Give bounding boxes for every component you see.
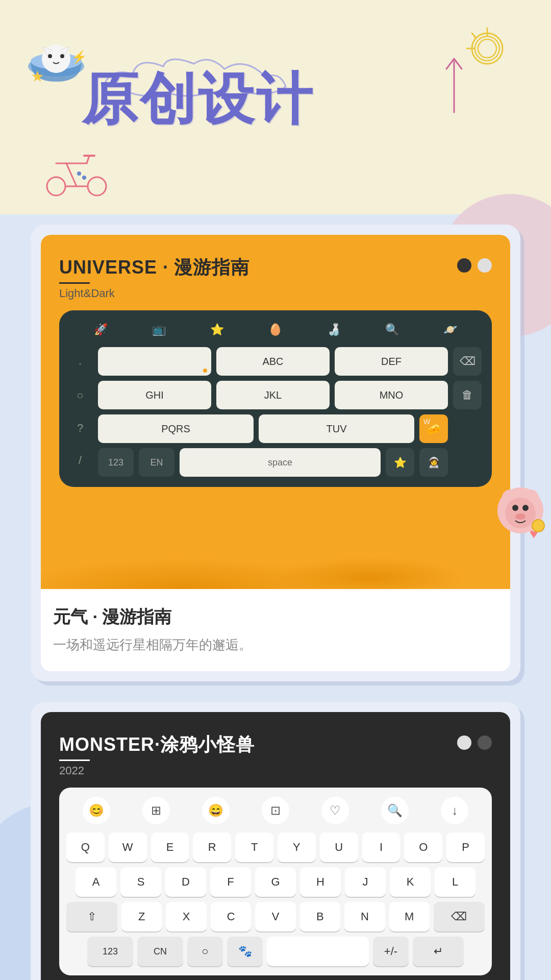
key-btn-123[interactable]: 123 [98, 448, 134, 477]
monster-key-c[interactable]: C [211, 902, 251, 932]
universe-keyboard-mockup: 🚀 📺 ⭐ 🥚 🍶 🔍 🪐 · [59, 310, 492, 487]
monster-key-paw[interactable]: 🐾 [227, 937, 263, 966]
toolbar-bottle-icon: 🍶 [324, 321, 343, 339]
monster-card-header: MONSTER·涂鸦小怪兽 2022 [59, 732, 492, 777]
svg-point-14 [82, 176, 86, 180]
key-btn-abc[interactable]: ABC [216, 347, 330, 376]
key-btn-wxyz-cheese[interactable]: W 🧀 [419, 414, 448, 443]
monster-key-i[interactable]: I [362, 832, 400, 862]
key-btn-ghi[interactable]: GHI [98, 381, 211, 409]
monster-key-e[interactable]: E [151, 832, 189, 862]
toolbar-star-icon: ⭐ [208, 321, 227, 339]
key-btn-space[interactable]: space [180, 448, 381, 477]
key-btn-def[interactable]: DEF [335, 347, 448, 376]
monster-keyboard-mockup: 😊 ⊞ 😄 ⊡ ♡ 🔍 ↓ Q W [59, 788, 492, 975]
monster-key-settings[interactable]: +/- [373, 937, 409, 966]
monster-title-block: MONSTER·涂鸦小怪兽 2022 [59, 732, 255, 777]
universe-card-header: UNIVERSE · 漫游指南 Light&Dark [59, 255, 492, 300]
monster-key-p[interactable]: P [446, 832, 485, 862]
key-btn-star[interactable]: ⭐ [386, 448, 414, 477]
monster-key-q[interactable]: Q [66, 832, 105, 862]
monster-key-x[interactable]: X [166, 902, 206, 932]
key-btn-pqrs[interactable]: PQRS [98, 414, 254, 443]
key-btn-mno[interactable]: MNO [335, 381, 448, 409]
monster-toolbar-heart-icon[interactable]: ♡ [321, 797, 349, 824]
monster-key-g[interactable]: G [255, 867, 296, 897]
monster-key-z[interactable]: Z [121, 902, 162, 932]
sym-key-slash[interactable]: / [67, 450, 93, 471]
hero-section: ★ ⚡ 原创设计 [0, 0, 551, 214]
sym-key-question[interactable]: ? [67, 418, 93, 438]
monster-key-delete[interactable]: ⌫ [434, 902, 485, 932]
decorative-animal-right: ♥ [490, 459, 551, 561]
key-btn-astronaut[interactable]: 🧑‍🚀 [419, 448, 448, 477]
dot-dark-1 [457, 258, 471, 273]
sym-key-comma[interactable]: · [67, 353, 93, 374]
universe-card: UNIVERSE · 漫游指南 Light&Dark � [41, 235, 510, 671]
universe-keyboard-main: · ○ ? / [67, 347, 484, 477]
svg-point-11 [88, 177, 106, 195]
monster-key-u[interactable]: U [320, 832, 358, 862]
monster-key-row-2: A S D F G H J K L [66, 867, 485, 897]
monster-key-a[interactable]: A [76, 867, 116, 897]
monster-key-h[interactable]: H [300, 867, 341, 897]
svg-text:★: ★ [31, 68, 44, 85]
monster-key-space[interactable] [267, 937, 369, 966]
monster-toolbar-search-icon[interactable]: 🔍 [381, 797, 409, 824]
universe-keyboard-toolbar: 🚀 📺 ⭐ 🥚 🍶 🔍 🪐 [67, 321, 484, 339]
monster-key-f[interactable]: F [210, 867, 251, 897]
arrow-doodle [439, 51, 469, 117]
svg-point-13 [77, 172, 81, 176]
keyboard-right-actions: ⌫ 🗑 [453, 347, 484, 477]
monster-key-num[interactable]: 123 [87, 937, 133, 966]
monster-key-o[interactable]: O [404, 832, 442, 862]
universe-card-description: 元气 · 漫游指南 一场和遥远行星相隔万年的邂逅。 [41, 589, 510, 671]
monster-toolbar-grid-icon[interactable]: ⊞ [142, 797, 170, 824]
monster-key-l[interactable]: L [435, 867, 475, 897]
hero-title: 原创设计 [82, 71, 314, 128]
monster-key-row-3: ⇧ Z X C V B N M ⌫ [66, 902, 485, 932]
universe-title-underline [59, 282, 90, 284]
monster-card-subtitle: 2022 [59, 764, 255, 777]
key-btn-empty[interactable] [98, 347, 211, 376]
monster-key-k[interactable]: K [390, 867, 431, 897]
monster-toolbar-copy-icon[interactable]: ⊡ [262, 797, 289, 824]
svg-point-5 [60, 54, 64, 58]
universe-card-subtitle: Light&Dark [59, 287, 249, 300]
monster-key-row-1: Q W E R T Y U I O P [66, 832, 485, 862]
side-key-backspace[interactable]: ⌫ [453, 347, 482, 376]
monster-key-t[interactable]: T [235, 832, 273, 862]
monster-key-y[interactable]: Y [278, 832, 316, 862]
key-btn-jkl[interactable]: JKL [216, 381, 330, 409]
keyboard-left-symbols: · ○ ? / [67, 347, 93, 477]
sym-key-circle[interactable]: ○ [67, 385, 93, 406]
universe-desc-text: 一场和遥远行星相隔万年的邂逅。 [53, 635, 498, 655]
key-btn-en[interactable]: EN [139, 448, 174, 477]
monster-toolbar-emoji-icon[interactable]: 😄 [202, 797, 230, 824]
monster-key-cn[interactable]: CN [137, 937, 183, 966]
monster-key-w[interactable]: W [109, 832, 147, 862]
monster-key-j[interactable]: J [345, 867, 386, 897]
dot-dark-monster [478, 736, 492, 750]
monster-key-r[interactable]: R [193, 832, 231, 862]
key-row-3: PQRS TUV W 🧀 [98, 414, 448, 443]
monster-key-v[interactable]: V [255, 902, 295, 932]
svg-point-4 [48, 54, 52, 58]
key-btn-tuv[interactable]: TUV [259, 414, 414, 443]
key-row-bottom: 123 EN space ⭐ 🧑‍🚀 [98, 448, 448, 477]
monster-key-circle-emoji[interactable]: ○ [187, 937, 223, 966]
monster-key-shift[interactable]: ⇧ [66, 902, 117, 932]
monster-key-s[interactable]: S [120, 867, 161, 897]
monster-key-b[interactable]: B [300, 902, 340, 932]
svg-point-10 [47, 177, 65, 195]
monster-key-n[interactable]: N [344, 902, 385, 932]
monster-toolbar-down-icon[interactable]: ↓ [441, 797, 468, 824]
side-key-delete[interactable]: 🗑 [453, 381, 482, 409]
monster-key-return[interactable]: ↵ [413, 937, 464, 966]
toolbar-search-icon: 🔍 [383, 321, 402, 339]
svg-point-20 [522, 505, 529, 511]
monster-toolbar-face-icon[interactable]: 😊 [83, 797, 110, 824]
universe-card-bg: UNIVERSE · 漫游指南 Light&Dark � [41, 235, 510, 589]
monster-key-m[interactable]: M [389, 902, 430, 932]
monster-key-d[interactable]: D [165, 867, 206, 897]
